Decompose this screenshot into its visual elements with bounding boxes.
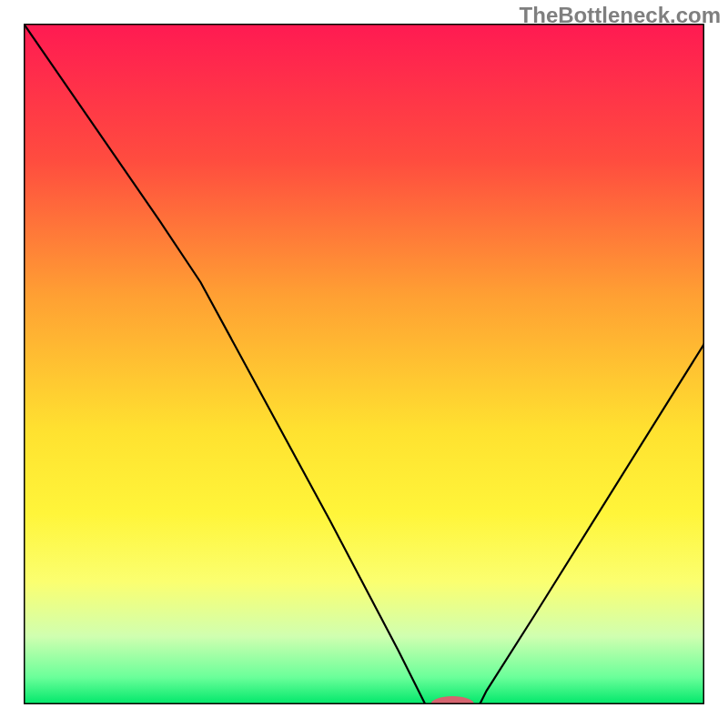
chart-container: TheBottleneck.com	[0, 0, 728, 728]
watermark-text: TheBottleneck.com	[520, 3, 721, 28]
bottleneck-chart	[24, 24, 704, 704]
gradient-background	[24, 24, 704, 704]
